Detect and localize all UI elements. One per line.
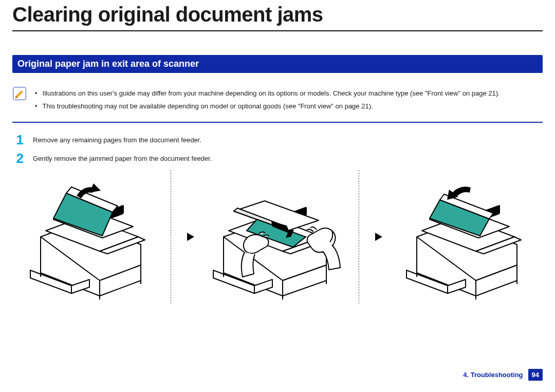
illustration-remove-paper — [211, 170, 344, 304]
divider — [171, 170, 171, 304]
arrow-right-icon — [185, 231, 196, 242]
title-bar: Clearing original document jams — [12, 0, 543, 31]
chapter-label: 4. Troubleshooting — [463, 371, 523, 379]
illustration-row — [12, 170, 543, 304]
step-row: 2 Gently remove the jammed paper from th… — [12, 152, 543, 165]
illustration-close-cover — [399, 170, 532, 304]
note-list: Illustrations on this user's guide may d… — [35, 87, 500, 113]
section-heading: Original paper jam in exit area of scann… — [12, 55, 543, 73]
step-number: 2 — [12, 152, 24, 165]
note-pencil-icon — [12, 86, 27, 101]
page-number: 94 — [528, 369, 543, 381]
note-item: This troubleshooting may not be availabl… — [35, 100, 500, 113]
divider — [359, 170, 359, 304]
note-box: Illustrations on this user's guide may d… — [12, 87, 543, 123]
step-row: 1 Remove any remaining pages from the do… — [12, 133, 543, 146]
arrow-right-icon — [373, 231, 384, 242]
step-text: Gently remove the jammed paper from the … — [33, 152, 212, 165]
page-title: Clearing original document jams — [12, 3, 543, 26]
steps: 1 Remove any remaining pages from the do… — [12, 133, 543, 165]
note-item: Illustrations on this user's guide may d… — [35, 87, 500, 100]
step-number: 1 — [12, 133, 24, 146]
footer: 4. Troubleshooting 94 — [463, 369, 543, 381]
illustration-lift-cover — [23, 170, 156, 304]
step-text: Remove any remaining pages from the docu… — [33, 133, 201, 146]
